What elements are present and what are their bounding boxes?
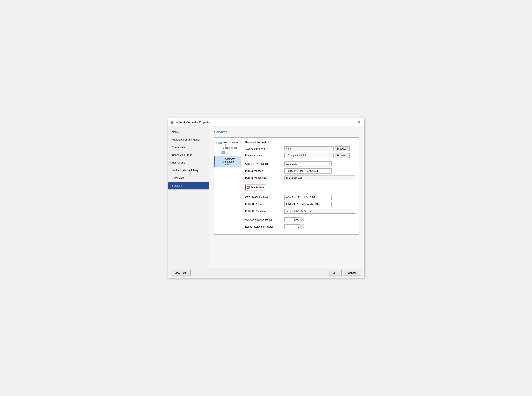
svg-rect-1 [172,123,173,123]
gateway-capacity-spin-up[interactable]: ▲ [300,217,304,220]
nodes-reserved-spin-down[interactable]: ▼ [300,227,304,229]
associated-service-input[interactable] [284,146,334,151]
gateway-capacity-spin-down[interactable]: ▼ [300,220,304,222]
run-as-row: Run As account: Browse... [245,153,355,158]
browse-associated-service-button[interactable]: Browse... [335,146,350,151]
services-tree: − Load balancer role 1 active nodes [214,138,241,234]
tree-item-header-lb: − Load balancer role 1 active nodes [216,141,239,149]
title-bar-left: Network Controller Properties [170,121,212,124]
network-controller-properties-window: Network Controller Properties ✕ Name Man… [168,118,364,278]
gre-ipv4-row: GRE IPv4 VIP subnet: 192.0.2.0/24 [245,161,355,166]
public-ipv6-pool-select[interactable]: PublicVIP_0_pool_1 (aa1a::11bb: [284,202,332,207]
nodes-reserved-input[interactable] [284,224,300,229]
associated-service-row: Associated service: Browse... [245,146,355,151]
tree-sublabel-lb: 1 active nodes [223,147,239,149]
sidebar: Name Manufacturer and Model Credentials … [168,126,209,268]
window-title: Network Controller Properties [175,121,212,124]
public-ipv6-addr-input[interactable] [284,209,355,214]
sidebar-item-host-group[interactable]: Host Group [168,159,209,166]
browse-run-as-button[interactable]: Browse... [335,153,350,158]
nodes-reserved-row: Nodes reserved for failures: ▲ ▼ [245,224,355,229]
public-ipv6-pool-label: Public IPv6 pool: [245,203,284,206]
gateway-capacity-row: Gateway capacity (Mbps): ▲ ▼ [245,217,355,222]
public-ipv4-pool-wrapper: PublicVIP_0_pool_1 (10.255.25 [284,169,332,174]
associated-service-controls: Browse... [284,146,355,151]
separator-1 [245,160,355,161]
gre-ipv6-label: GRE IPv6 VIP subnet: [245,196,284,199]
tree-item-gateway-manager[interactable]: Gateway manager role [214,156,241,168]
public-ipv4-pool-row: Public IPv4 pool: PublicVIP_0_pool_1 (10… [245,169,355,174]
tree-child-lb-node [216,151,239,154]
tree-expand-lb: − [216,141,217,144]
svg-point-3 [172,121,173,122]
svg-rect-12 [222,161,223,162]
enable-ipv6-container: Enable IPV6 [245,182,355,193]
enable-ipv6-text: Enable IPV6 [251,186,264,189]
bottom-bar: View Script OK Cancel [168,268,364,278]
section-title: Services [214,130,359,134]
title-bar: Network Controller Properties ✕ [168,118,364,126]
gre-ipv4-label: GRE IPv4 VIP subnet: [245,163,284,165]
gateway-icon [222,160,224,164]
sidebar-item-manufacturer[interactable]: Manufacturer and Model [168,136,209,143]
public-ipv4-pool-select[interactable]: PublicVIP_0_pool_1 (10.255.25 [284,169,332,174]
content-area: Name Manufacturer and Model Credentials … [168,126,364,268]
nodes-reserved-label: Nodes reserved for failures: [245,225,284,228]
sidebar-item-logical-network[interactable]: Logical Network Affinity [168,166,209,174]
enable-ipv6-checkbox[interactable] [247,186,249,189]
tree-label-group-lb: Load balancer role 1 active nodes [223,141,239,149]
sidebar-item-name[interactable]: Name [168,128,209,136]
gre-ipv4-select-wrapper: 192.0.2.0/24 [284,161,332,166]
svg-rect-9 [222,152,224,152]
lb-node-icon [221,151,225,154]
gateway-label: Gateway manager role [225,158,239,166]
bottom-right-buttons: OK Cancel [328,270,361,276]
gateway-capacity-spinbuttons: ▲ ▼ [300,217,304,222]
run-as-controls: Browse... [284,153,355,158]
public-ipv6-pool-row: Public IPv6 pool: PublicVIP_0_pool_1 (aa… [245,202,355,207]
gre-ipv6-select[interactable]: aa1a::11bb:111c:1c1c::/11-2 [284,195,332,200]
sidebar-item-services[interactable]: Services [168,182,209,189]
ok-button[interactable]: OK [328,270,342,276]
public-ipv6-addr-row: Public IPv6 address: [245,209,355,214]
public-ipv6-pool-wrapper: PublicVIP_0_pool_1 (aa1a::11bb: [284,202,332,207]
sidebar-item-connection-string[interactable]: Connection String [168,151,209,159]
sidebar-item-credentials[interactable]: Credentials [168,143,209,151]
sidebar-item-extensions[interactable]: Extensions [168,174,209,182]
services-container: − Load balancer role 1 active nodes [214,137,359,235]
gre-ipv6-select-wrapper: aa1a::11bb:111c:1c1c::/11-2 [284,195,332,200]
window-icon [170,121,174,124]
main-panel: Services − [209,126,364,268]
public-ipv4-pool-label: Public IPv4 pool: [245,170,284,172]
public-ipv4-addr-input[interactable] [284,175,355,180]
associated-service-label: Associated service: [245,147,284,150]
gateway-capacity-spinbox: ▲ ▼ [284,217,304,222]
service-info-panel: Service information Associated service: … [241,138,359,234]
nodes-reserved-spinbox: ▲ ▼ [284,224,304,229]
separator-2 [245,215,355,217]
svg-rect-5 [219,143,220,143]
service-info-title: Service information [245,141,355,144]
svg-rect-2 [171,123,173,124]
svg-rect-10 [222,152,224,153]
gateway-capacity-label: Gateway capacity (Mbps): [245,218,284,221]
nodes-reserved-spinbuttons: ▲ ▼ [300,224,304,229]
tree-label-lb: Load balancer role [223,141,239,147]
gateway-capacity-input[interactable] [284,217,300,222]
view-script-button[interactable]: View Script [171,270,191,276]
load-balancer-icon [219,141,222,145]
enable-ipv6-label[interactable]: Enable IPV6 [245,185,266,190]
tree-item-load-balancer[interactable]: − Load balancer role 1 active nodes [214,140,241,156]
svg-rect-7 [221,143,221,143]
cancel-button[interactable]: Cancel [343,270,361,276]
run-as-input[interactable] [284,153,334,158]
gre-ipv6-row: GRE IPv6 VIP subnet: aa1a::11bb:111c:1c1… [245,195,355,200]
nodes-reserved-spin-up[interactable]: ▲ [300,224,304,227]
public-ipv4-addr-label: Public IPv4 address: [245,176,284,179]
gre-ipv4-select[interactable]: 192.0.2.0/24 [284,161,332,166]
public-ipv4-addr-row: Public IPv4 address: [245,175,355,180]
svg-rect-4 [219,142,222,144]
run-as-label: Run As account: [245,154,284,157]
public-ipv6-addr-label: Public IPv6 address: [245,210,284,213]
close-button[interactable]: ✕ [357,120,362,124]
